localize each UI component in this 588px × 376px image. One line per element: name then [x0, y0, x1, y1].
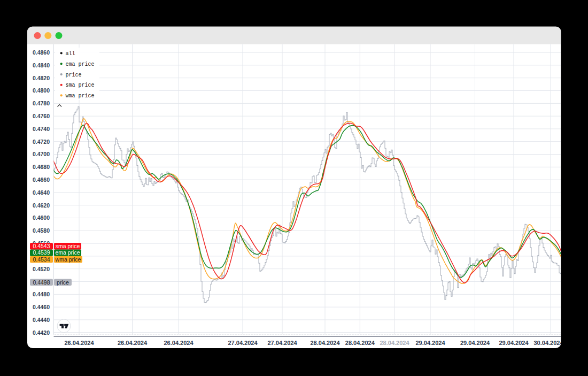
- svg-text:ema price: ema price: [55, 249, 80, 256]
- svg-text:price: price: [57, 279, 69, 286]
- svg-text:28.04.2024: 28.04.2024: [310, 340, 340, 346]
- svg-text:0.4760: 0.4760: [33, 113, 50, 119]
- svg-text:0.4740: 0.4740: [33, 126, 50, 132]
- svg-text:wma price: wma price: [55, 256, 81, 263]
- svg-text:0.4440: 0.4440: [33, 317, 50, 323]
- svg-text:29.04.2024: 29.04.2024: [499, 340, 529, 346]
- svg-text:0.4543: 0.4543: [33, 243, 50, 249]
- svg-text:0.4460: 0.4460: [33, 304, 50, 310]
- svg-text:0.4580: 0.4580: [33, 227, 50, 234]
- svg-text:0.4600: 0.4600: [33, 214, 50, 221]
- svg-text:28.04.2024: 28.04.2024: [345, 340, 375, 346]
- svg-text:0.4620: 0.4620: [33, 202, 50, 209]
- svg-text:wma price: wma price: [66, 93, 95, 99]
- svg-text:27.04.2024: 27.04.2024: [228, 340, 258, 346]
- svg-text:0.4720: 0.4720: [33, 139, 50, 145]
- svg-text:ema price: ema price: [66, 62, 95, 67]
- svg-text:0.4420: 0.4420: [33, 329, 50, 336]
- svg-text:sma price: sma price: [66, 82, 95, 88]
- svg-text:0.4820: 0.4820: [33, 75, 50, 81]
- svg-text:0.4534: 0.4534: [33, 256, 50, 263]
- svg-text:0.4660: 0.4660: [33, 177, 50, 183]
- svg-text:0.4780: 0.4780: [33, 100, 50, 106]
- svg-text:0.4539: 0.4539: [33, 249, 50, 256]
- svg-text:26.04.2024: 26.04.2024: [64, 340, 94, 346]
- svg-text:sma price: sma price: [56, 243, 80, 249]
- svg-text:29.04.2024: 29.04.2024: [415, 340, 445, 346]
- svg-text:29.04.2024: 29.04.2024: [460, 340, 490, 346]
- svg-text:0.4520: 0.4520: [33, 266, 50, 272]
- svg-text:0.4498: 0.4498: [33, 279, 50, 286]
- svg-text:0.4680: 0.4680: [33, 164, 50, 170]
- svg-text:26.04.2024: 26.04.2024: [164, 340, 194, 346]
- svg-text:price: price: [66, 72, 82, 78]
- svg-text:28.04.2024: 28.04.2024: [380, 340, 409, 346]
- svg-text:0.4840: 0.4840: [33, 62, 50, 68]
- svg-text:0.4860: 0.4860: [33, 49, 50, 56]
- svg-text:26.04.2024: 26.04.2024: [118, 340, 148, 346]
- svg-text:0.4640: 0.4640: [33, 189, 50, 196]
- svg-text:0.4480: 0.4480: [33, 291, 50, 297]
- svg-text:0.4700: 0.4700: [33, 151, 50, 157]
- svg-text:30.04.2024: 30.04.2024: [533, 340, 563, 346]
- svg-text:0.4800: 0.4800: [33, 87, 50, 94]
- svg-text:all: all: [66, 51, 75, 57]
- svg-text:27.04.2024: 27.04.2024: [267, 340, 297, 346]
